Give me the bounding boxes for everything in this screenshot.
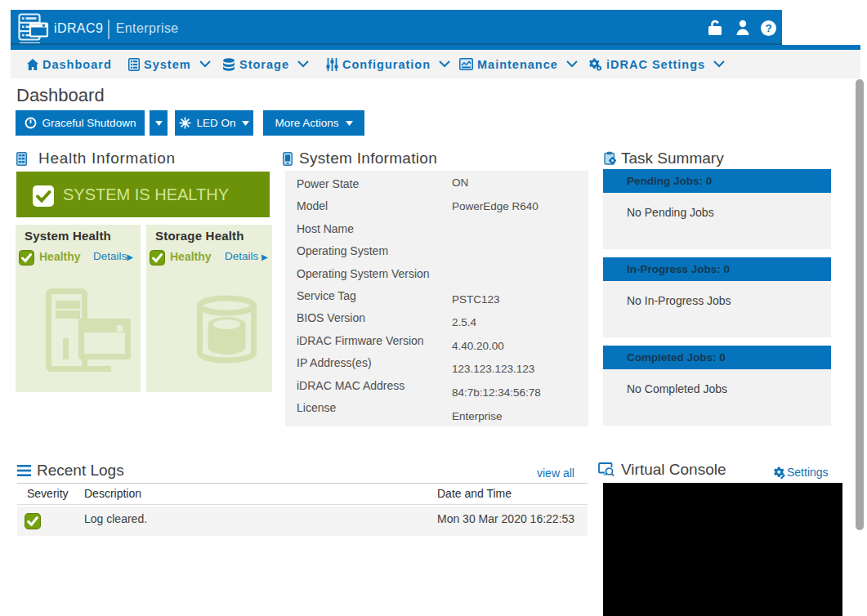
svg-text:?: ? [765, 22, 771, 34]
